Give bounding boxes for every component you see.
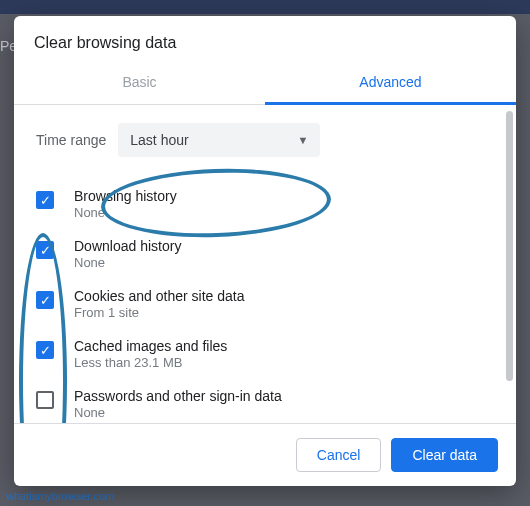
- items-list: ✓ Browsing history None ✓ Download histo…: [30, 179, 500, 423]
- dialog-title: Clear browsing data: [14, 16, 516, 62]
- list-item: ✓ Browsing history None: [30, 179, 500, 229]
- item-text: Cookies and other site data From 1 site: [74, 288, 244, 320]
- item-sub: Less than 23.1 MB: [74, 355, 227, 370]
- tabs: Basic Advanced: [14, 62, 516, 105]
- tab-advanced[interactable]: Advanced: [265, 62, 516, 105]
- window-top-bar: [0, 0, 530, 14]
- chevron-down-icon: ▼: [297, 134, 308, 146]
- time-range-row: Time range Last hour ▼: [30, 123, 500, 157]
- list-item: ✓ Download history None: [30, 229, 500, 279]
- item-label: Browsing history: [74, 188, 177, 204]
- item-text: Cached images and files Less than 23.1 M…: [74, 338, 227, 370]
- item-text: Passwords and other sign-in data None: [74, 388, 282, 420]
- item-label: Passwords and other sign-in data: [74, 388, 282, 404]
- time-range-label: Time range: [36, 132, 106, 148]
- item-label: Cached images and files: [74, 338, 227, 354]
- dialog-footer: Cancel Clear data: [14, 423, 516, 486]
- tab-basic[interactable]: Basic: [14, 62, 265, 104]
- watermark-text: whatismybrowser.com: [6, 490, 114, 502]
- check-icon: ✓: [40, 244, 51, 257]
- item-text: Browsing history None: [74, 188, 177, 220]
- checkbox-browsing-history[interactable]: ✓: [36, 191, 54, 209]
- item-sub: None: [74, 205, 177, 220]
- check-icon: ✓: [40, 294, 51, 307]
- checkbox-passwords[interactable]: [36, 391, 54, 409]
- scroll-area: Time range Last hour ▼ ✓ Browsing histor…: [14, 105, 516, 423]
- item-sub: From 1 site: [74, 305, 244, 320]
- item-label: Download history: [74, 238, 181, 254]
- item-sub: None: [74, 255, 181, 270]
- item-label: Cookies and other site data: [74, 288, 244, 304]
- list-item: Passwords and other sign-in data None: [30, 379, 500, 423]
- clear-data-dialog: Clear browsing data Basic Advanced Time …: [14, 16, 516, 486]
- scrollbar[interactable]: [506, 111, 513, 381]
- list-item: ✓ Cached images and files Less than 23.1…: [30, 329, 500, 379]
- list-item: ✓ Cookies and other site data From 1 sit…: [30, 279, 500, 329]
- check-icon: ✓: [40, 194, 51, 207]
- check-icon: ✓: [40, 344, 51, 357]
- checkbox-cached-images[interactable]: ✓: [36, 341, 54, 359]
- item-sub: None: [74, 405, 282, 420]
- item-text: Download history None: [74, 238, 181, 270]
- checkbox-cookies[interactable]: ✓: [36, 291, 54, 309]
- checkbox-download-history[interactable]: ✓: [36, 241, 54, 259]
- time-range-value: Last hour: [130, 132, 188, 148]
- time-range-select[interactable]: Last hour ▼: [118, 123, 320, 157]
- dialog-content: Time range Last hour ▼ ✓ Browsing histor…: [14, 105, 516, 423]
- cancel-button[interactable]: Cancel: [296, 438, 382, 472]
- clear-data-button[interactable]: Clear data: [391, 438, 498, 472]
